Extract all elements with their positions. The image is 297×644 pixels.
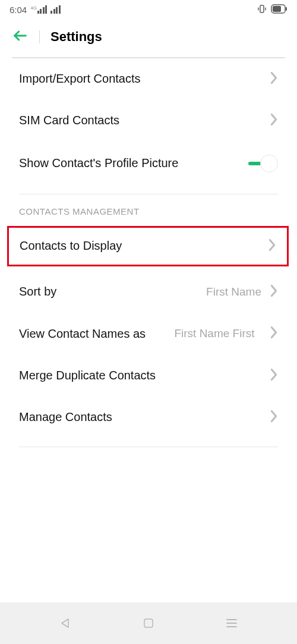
nav-back-icon[interactable]: [57, 615, 74, 632]
row-label: View Contact Names as: [19, 326, 168, 342]
row-profile-picture: Show Contact's Profile Picture: [12, 142, 285, 186]
page-header: Settings: [0, 18, 297, 57]
signal-icon: [37, 5, 48, 14]
nav-home-icon[interactable]: [140, 615, 157, 632]
battery-icon: [271, 4, 287, 15]
chevron-right-icon: [270, 368, 278, 384]
signal-icon-2: [50, 5, 61, 14]
row-value: First Name: [206, 285, 261, 299]
row-sort-by[interactable]: Sort by First Name: [12, 271, 285, 313]
header-divider: [39, 30, 40, 43]
row-label: Merge Duplicate Contacts: [19, 369, 270, 382]
row-sim-card[interactable]: SIM Card Contacts: [12, 100, 285, 142]
status-time: 6:04: [10, 5, 27, 15]
network-label: 4G: [30, 5, 37, 11]
row-label: Contacts to Display: [20, 239, 268, 253]
chevron-right-icon: [270, 71, 278, 87]
system-nav-bar: [0, 602, 297, 644]
vibrate-icon: [257, 4, 267, 16]
row-value: First Name First: [174, 327, 254, 340]
status-bar: 6:04 4G: [0, 0, 297, 18]
nav-recents-icon[interactable]: [223, 615, 240, 632]
chevron-right-icon: [270, 284, 278, 300]
chevron-right-icon: [270, 326, 278, 341]
section-divider-end: [19, 447, 278, 447]
row-label: Sort by: [19, 285, 206, 299]
page-title: Settings: [50, 29, 102, 45]
row-merge-duplicates[interactable]: Merge Duplicate Contacts: [12, 355, 285, 397]
chevron-right-icon: [268, 238, 276, 254]
row-label: Show Contact's Profile Picture: [19, 156, 247, 170]
chevron-right-icon: [270, 410, 278, 425]
chevron-right-icon: [270, 113, 278, 128]
svg-rect-8: [144, 619, 153, 627]
svg-marker-7: [62, 619, 68, 627]
section-contacts-management: CONTACTS MANAGEMENT: [12, 194, 285, 220]
row-import-export[interactable]: Import/Export Contacts: [12, 58, 285, 100]
row-contacts-to-display[interactable]: Contacts to Display: [9, 228, 287, 265]
row-label: Import/Export Contacts: [19, 72, 270, 86]
svg-rect-4: [286, 7, 287, 11]
svg-rect-5: [273, 6, 281, 12]
row-view-names[interactable]: View Contact Names as First Name First: [12, 313, 285, 355]
svg-rect-0: [260, 5, 264, 12]
back-arrow-icon[interactable]: [12, 27, 29, 46]
row-label: SIM Card Contacts: [19, 114, 270, 127]
row-label: Manage Contacts: [19, 410, 270, 424]
highlight-contacts-to-display: Contacts to Display: [7, 226, 289, 266]
profile-picture-toggle[interactable]: [247, 155, 278, 172]
row-manage-contacts[interactable]: Manage Contacts: [12, 397, 285, 438]
